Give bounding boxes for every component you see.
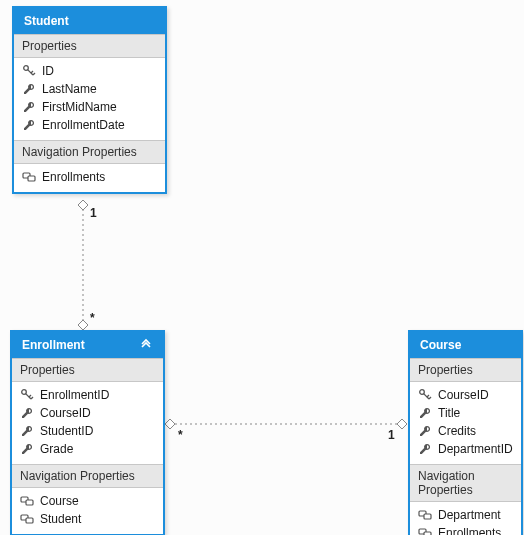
section-header-nav[interactable]: Navigation Properties [12, 464, 163, 488]
property-row[interactable]: DepartmentID [416, 440, 515, 458]
section-body-properties: ID LastName FirstMidName EnrollmentDate [14, 58, 165, 140]
svg-marker-5 [397, 419, 407, 429]
svg-rect-25 [424, 514, 431, 519]
erd-canvas: 1 * * 1 Student Properties ID LastName F… [0, 0, 524, 535]
svg-marker-1 [78, 200, 88, 210]
property-label: Grade [40, 442, 73, 456]
property-row[interactable]: Title [416, 404, 515, 422]
nav-label: Enrollments [42, 170, 105, 184]
nav-label: Course [40, 494, 79, 508]
svg-rect-19 [26, 518, 33, 523]
svg-rect-11 [28, 176, 35, 181]
key-icon [20, 388, 34, 402]
section-header-properties[interactable]: Properties [14, 34, 165, 58]
entity-student-header[interactable]: Student [14, 8, 165, 34]
nav-row[interactable]: Enrollments [416, 524, 515, 535]
nav-row[interactable]: Student [18, 510, 157, 528]
navigation-icon [20, 494, 34, 508]
key-icon [22, 64, 36, 78]
wrench-icon [22, 118, 36, 132]
entity-enrollment[interactable]: Enrollment Properties EnrollmentID Cours… [10, 330, 165, 535]
entity-student[interactable]: Student Properties ID LastName FirstMidN… [12, 6, 167, 194]
svg-line-23 [429, 397, 431, 399]
property-label: DepartmentID [438, 442, 513, 456]
wrench-icon [418, 424, 432, 438]
property-label: FirstMidName [42, 100, 117, 114]
mult-enrollment-star-right: * [178, 428, 183, 442]
nav-label: Department [438, 508, 501, 522]
key-icon [418, 388, 432, 402]
property-label: EnrollmentID [40, 388, 109, 402]
property-row[interactable]: Grade [18, 440, 157, 458]
property-row[interactable]: EnrollmentID [18, 386, 157, 404]
property-row[interactable]: EnrollmentDate [20, 116, 159, 134]
wrench-icon [20, 406, 34, 420]
svg-marker-4 [165, 419, 175, 429]
property-label: Credits [438, 424, 476, 438]
entity-enrollment-title: Enrollment [22, 338, 85, 352]
property-row[interactable]: ID [20, 62, 159, 80]
wrench-icon [418, 442, 432, 456]
nav-row[interactable]: Department [416, 506, 515, 524]
mult-course-one: 1 [388, 428, 395, 442]
svg-line-8 [31, 71, 33, 73]
navigation-icon [418, 508, 432, 522]
wrench-icon [20, 424, 34, 438]
entity-course-header[interactable]: Course [410, 332, 521, 358]
property-label: CourseID [438, 388, 489, 402]
entity-course[interactable]: Course Properties CourseID Title Credits… [408, 330, 523, 535]
svg-line-22 [427, 395, 429, 397]
nav-label: Enrollments [438, 526, 501, 535]
property-label: EnrollmentDate [42, 118, 125, 132]
property-row[interactable]: LastName [20, 80, 159, 98]
wrench-icon [22, 100, 36, 114]
svg-rect-17 [26, 500, 33, 505]
mult-student-one: 1 [90, 206, 97, 220]
section-body-nav: Enrollments [14, 164, 165, 192]
entity-enrollment-header[interactable]: Enrollment [12, 332, 163, 358]
section-header-properties[interactable]: Properties [410, 358, 521, 382]
property-label: CourseID [40, 406, 91, 420]
svg-line-9 [33, 73, 35, 75]
property-row[interactable]: FirstMidName [20, 98, 159, 116]
entity-course-title: Course [420, 338, 461, 352]
property-label: Title [438, 406, 460, 420]
section-header-properties[interactable]: Properties [12, 358, 163, 382]
section-header-nav[interactable]: Navigation Properties [410, 464, 521, 502]
svg-marker-2 [78, 320, 88, 330]
property-label: StudentID [40, 424, 93, 438]
navigation-icon [22, 170, 36, 184]
property-row[interactable]: Credits [416, 422, 515, 440]
chevron-up-icon[interactable] [139, 338, 153, 352]
wrench-icon [22, 82, 36, 96]
section-body-nav: Course Student [12, 488, 163, 534]
navigation-icon [418, 526, 432, 535]
property-row[interactable]: CourseID [416, 386, 515, 404]
navigation-icon [20, 512, 34, 526]
property-row[interactable]: StudentID [18, 422, 157, 440]
nav-row[interactable]: Course [18, 492, 157, 510]
property-label: ID [42, 64, 54, 78]
nav-row[interactable]: Enrollments [20, 168, 159, 186]
mult-enrollment-star-up: * [90, 311, 95, 325]
section-body-properties: CourseID Title Credits DepartmentID [410, 382, 521, 464]
svg-line-15 [31, 397, 33, 399]
svg-line-14 [29, 395, 31, 397]
entity-student-title: Student [24, 14, 69, 28]
wrench-icon [418, 406, 432, 420]
nav-label: Student [40, 512, 81, 526]
section-body-properties: EnrollmentID CourseID StudentID Grade [12, 382, 163, 464]
wrench-icon [20, 442, 34, 456]
property-row[interactable]: CourseID [18, 404, 157, 422]
property-label: LastName [42, 82, 97, 96]
section-body-nav: Department Enrollments CourseAssignments [410, 502, 521, 535]
section-header-nav[interactable]: Navigation Properties [14, 140, 165, 164]
